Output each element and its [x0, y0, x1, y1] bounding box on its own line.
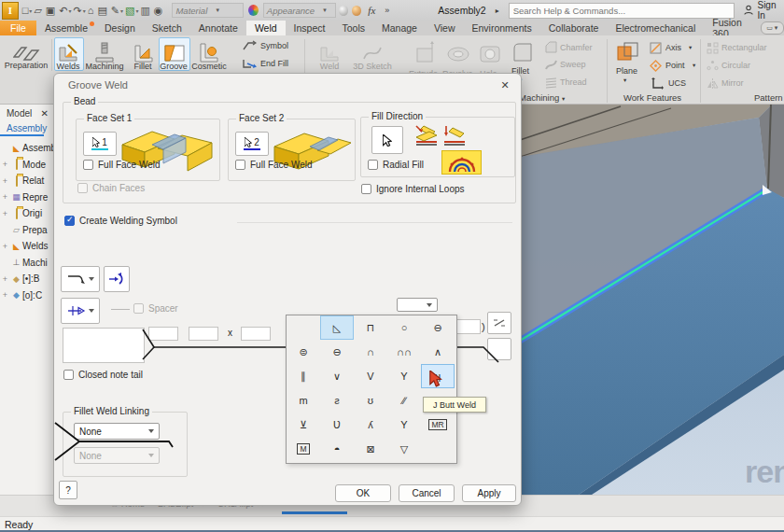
weld-length-field[interactable] — [189, 327, 218, 341]
symbol-button[interactable]: Symbol — [243, 40, 288, 51]
weld-symbol-cell-4[interactable]: ⊖ — [421, 315, 455, 340]
weld-symbol-cell-15[interactable]: m — [287, 388, 320, 413]
color-wheel-icon[interactable] — [248, 5, 259, 16]
tab-fusion-360[interactable]: Fusion 360 — [704, 21, 752, 35]
face-set-2-select-button[interactable]: 2 — [235, 132, 269, 156]
linking-dropdown-2[interactable]: None — [74, 447, 160, 464]
cancel-button[interactable]: Cancel — [399, 484, 455, 502]
panel-label-work-features[interactable]: Work Features — [623, 92, 681, 103]
dialog-close-icon[interactable]: ✕ — [497, 77, 513, 92]
groove-weld-dialog[interactable]: Groove Weld ✕ Bead Face Set 1 1 Full Fac… — [53, 73, 522, 506]
tree-item-prepa[interactable]: ▱Prepa — [0, 222, 53, 239]
tree-item-b[interactable]: +◆[•]:B — [0, 271, 53, 287]
stagger-symbol-button[interactable] — [487, 312, 511, 334]
paste-icon[interactable]: ▤ — [95, 1, 108, 20]
linking-dropdown-1[interactable]: None — [74, 423, 160, 440]
tab-environments[interactable]: Environments — [464, 21, 540, 35]
weld-symbol-cell-26[interactable]: ◓ — [320, 437, 354, 461]
clear-appearance-icon[interactable] — [352, 6, 361, 16]
radial-fill-checkbox[interactable]: Radial Fill — [368, 160, 424, 170]
expand-icon[interactable]: + — [0, 290, 10, 300]
weld-symbol-cell-2[interactable]: ⊓ — [354, 315, 387, 340]
home-icon[interactable]: ⌂ — [86, 1, 96, 20]
full-face-weld-1-checkbox[interactable]: Full Face Weld — [83, 160, 161, 170]
expand-icon[interactable]: + — [0, 160, 10, 169]
tab-sketch[interactable]: Sketch — [144, 21, 190, 35]
weld-symbol-cell-0[interactable] — [287, 315, 320, 340]
panel-label-pattern[interactable]: Pattern — [754, 92, 783, 103]
tree-item-mode[interactable]: +Mode — [0, 157, 53, 174]
weld-symbol-cell-24[interactable]: MR — [421, 413, 455, 437]
weld-symbol-cell-13[interactable]: Y — [387, 364, 421, 388]
leader-style-dropdown[interactable] — [61, 266, 100, 292]
browser-close-icon[interactable]: ✕ — [41, 108, 49, 119]
end-fill-button[interactable]: End Fill — [243, 58, 288, 69]
weld-pitch-field[interactable] — [241, 327, 271, 341]
inventor-logo-icon[interactable]: I — [2, 2, 19, 20]
tail-options-button[interactable] — [487, 338, 511, 360]
weld-symbol-cell-17[interactable]: ʊ — [354, 388, 387, 413]
weld-symbol-cell-18[interactable]: ∕∕ — [387, 388, 421, 413]
expand-icon[interactable]: + — [0, 209, 10, 218]
sign-in-button[interactable]: Sign In — [744, 0, 784, 21]
qat-overflow-icon[interactable]: » — [385, 6, 389, 15]
create-welding-symbol-checkbox[interactable]: Create Welding Symbol — [64, 216, 177, 226]
doc-arrow-icon[interactable]: ▸ — [496, 7, 499, 15]
weld-symbol-cell-9[interactable]: ∧ — [421, 340, 455, 364]
spacer-checkbox[interactable]: Spacer — [133, 303, 178, 314]
weld-symbol-cell-11[interactable]: ∨ — [320, 364, 354, 388]
weld-symbol-cell-3[interactable]: ○ — [387, 315, 421, 340]
save-icon[interactable]: ▣ — [44, 1, 57, 20]
weld-symbol-cell-29[interactable] — [421, 437, 455, 461]
note-tail-box[interactable] — [63, 328, 145, 363]
presentation-icon[interactable]: ▥ — [138, 1, 151, 20]
ribbon-collapse-button[interactable]: ▭▾ — [761, 21, 784, 35]
weld-symbol-cell-22[interactable]: ʎ — [354, 413, 387, 437]
flip-symbol-button[interactable] — [104, 266, 130, 292]
tab-assemble[interactable]: Assemble — [36, 21, 96, 35]
tab-tools[interactable]: Tools — [333, 21, 373, 35]
weld-symbol-cell-5[interactable]: ⊜ — [287, 340, 320, 364]
tab-inspect[interactable]: Inspect — [286, 21, 334, 35]
tab-weld[interactable]: Weld — [246, 21, 286, 35]
ok-button[interactable]: OK — [335, 484, 391, 502]
full-face-weld-2-checkbox[interactable]: Full Face Weld — [235, 160, 313, 170]
fill-direction-select-button[interactable] — [371, 126, 403, 154]
weld-symbol-cell-6[interactable]: ⊖ — [320, 340, 354, 364]
panel-label-machining[interactable]: Machining ▾ — [519, 92, 565, 103]
face-set-1-select-button[interactable]: 1 — [83, 132, 117, 156]
chain-faces-checkbox[interactable]: Chain Faces — [77, 183, 145, 193]
tree-item-relat[interactable]: +Relat — [0, 173, 53, 189]
tab-view[interactable]: View — [426, 21, 464, 35]
weld-symbol-cell-8[interactable]: ∩∩ — [387, 340, 421, 364]
tab-design[interactable]: Design — [96, 21, 144, 35]
weld-symbol-cell-7[interactable]: ∩ — [354, 340, 387, 364]
symbol-combobox[interactable] — [397, 298, 438, 312]
ignore-internal-loops-checkbox[interactable]: Ignore Internal Loops — [361, 184, 465, 194]
identification-symbol-dropdown[interactable] — [61, 298, 100, 324]
weld-symbol-cell-27[interactable]: ⊠ — [354, 437, 387, 461]
apply-button[interactable]: Apply — [462, 484, 516, 502]
expand-icon[interactable]: + — [0, 192, 10, 202]
tree-item-welds[interactable]: +◣Welds — [0, 238, 53, 255]
weld-size-field[interactable] — [148, 327, 178, 341]
tab-annotate[interactable]: Annotate — [190, 21, 246, 35]
weld-symbol-cell-16[interactable]: ƨ — [320, 388, 354, 413]
tree-item-repre[interactable]: +▦Repre — [0, 189, 53, 206]
search-input[interactable] — [509, 3, 735, 19]
tab-collaborate[interactable]: Collaborate — [540, 21, 608, 35]
expand-icon[interactable]: + — [0, 274, 10, 284]
tree-item-assemb[interactable]: ◣Assemb — [0, 140, 53, 157]
render-wheel-icon[interactable]: ◉ — [152, 1, 165, 20]
tab-file[interactable]: File — [0, 21, 36, 35]
expand-icon[interactable]: + — [0, 242, 10, 251]
weld-symbol-cell-1[interactable]: ◺ — [320, 315, 354, 340]
parameters-fx-icon[interactable]: fx — [368, 5, 375, 16]
adjust-material-icon[interactable] — [339, 6, 348, 16]
tree-item-origi[interactable]: +Origi — [0, 205, 53, 222]
tab-electromechanical[interactable]: Electromechanical — [607, 21, 704, 35]
weld-symbol-cell-10[interactable]: ∥ — [287, 364, 320, 388]
weld-symbol-cell-23[interactable]: Y — [387, 413, 421, 437]
closed-note-tail-checkbox[interactable]: Closed note tail — [63, 370, 143, 380]
open-icon[interactable]: ▱ — [32, 1, 43, 20]
